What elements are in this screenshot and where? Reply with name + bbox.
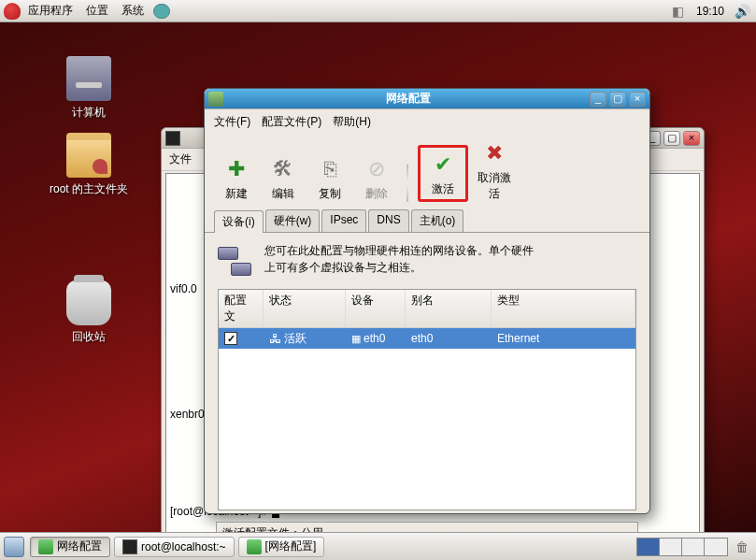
network-cards-icon [218, 242, 255, 280]
toolbar-separator [407, 165, 408, 202]
desktop-icon-trash[interactable]: 回收站 [47, 280, 131, 345]
workspace-3[interactable] [682, 538, 705, 555]
quick-launch-icon[interactable] [153, 3, 170, 20]
new-button[interactable]: ✚ 新建 [216, 154, 257, 202]
activate-button[interactable]: ✔ 激活 [422, 150, 464, 197]
workspace-switcher[interactable] [636, 538, 728, 556]
clock[interactable]: 19:10 [691, 5, 730, 18]
device-table: 配置文 状态 设备 别名 类型 ✓ 🖧活跃 ▦eth0 eth0 Etherne… [218, 289, 636, 510]
desktop-icon-computer[interactable]: 计算机 [47, 56, 131, 121]
desktop[interactable]: 计算机 root 的主文件夹 回收站 _ ▢ × 文件 vif0.0 xenbr… [0, 22, 756, 532]
taskbar-item-netcfg[interactable]: 网络配置 [30, 537, 110, 557]
cell-device: ▦eth0 [346, 330, 406, 347]
top-panel: 应用程序 位置 系统 ◧ 19:10 [0, 0, 756, 22]
copy-button[interactable]: ⎘ 复制 [309, 154, 350, 202]
col-config[interactable]: 配置文 [219, 290, 264, 327]
col-status[interactable]: 状态 [264, 290, 346, 327]
tab-panel-devices: 您可在此处配置与物理硬件相连的网络设备。单个硬件 上可有多个虚拟设备与之相连。 … [205, 233, 649, 522]
delete-button: ⊘ 删除 [356, 154, 397, 202]
deactivate-button[interactable]: ✖ 取消激活 [474, 138, 515, 202]
distro-logo-icon[interactable] [4, 3, 21, 20]
cell-alias: eth0 [406, 330, 492, 347]
home-folder-icon [66, 133, 111, 178]
edit-icon: 🛠 [268, 154, 298, 184]
terminal-title-icon [165, 131, 180, 146]
tab-ipsec[interactable]: IPsec [321, 209, 366, 232]
netcfg-task-icon [247, 539, 262, 554]
desktop-icon-label: 计算机 [47, 105, 131, 121]
volume-icon[interactable] [734, 3, 750, 20]
eth-icon: ▦ [351, 333, 361, 345]
check-icon: ✔ [428, 150, 458, 179]
table-header: 配置文 状态 设备 别名 类型 [219, 290, 635, 328]
menu-places[interactable]: 位置 [80, 1, 114, 21]
workspace-2[interactable] [660, 538, 682, 555]
info-row: 您可在此处配置与物理硬件相连的网络设备。单个硬件 上可有多个虚拟设备与之相连。 [218, 242, 636, 280]
terminal-menu-file[interactable]: 文件 [169, 151, 192, 167]
col-type[interactable]: 类型 [492, 290, 635, 327]
tab-devices[interactable]: 设备(i) [214, 210, 264, 233]
tab-hardware[interactable]: 硬件(w) [265, 209, 321, 232]
checkbox-icon[interactable]: ✓ [224, 332, 237, 345]
netcfg-task-icon [38, 539, 53, 554]
maximize-button[interactable]: ▢ [663, 131, 680, 146]
maximize-button[interactable]: ▢ [609, 92, 626, 107]
netcfg-title-icon [208, 92, 223, 107]
desktop-icon-label: 回收站 [47, 329, 131, 345]
new-icon: ✚ [221, 154, 251, 184]
workspace-4[interactable] [705, 538, 727, 555]
delete-icon: ⊘ [362, 154, 392, 184]
cell-config[interactable]: ✓ [219, 330, 264, 347]
menu-profile[interactable]: 配置文件(P) [258, 112, 325, 132]
close-button[interactable]: × [683, 131, 700, 146]
menu-help[interactable]: 帮助(H) [329, 112, 375, 132]
desktop-icon-label: root 的主文件夹 [47, 181, 131, 197]
nic-icon: 🖧 [269, 332, 281, 346]
netcfg-titlebar[interactable]: 网络配置 _ ▢ × [205, 89, 649, 109]
netcfg-title: 网络配置 [227, 91, 590, 107]
bottom-panel: 网络配置 root@localhost:~ [网络配置] 🗑 [0, 532, 756, 560]
taskbar-item-netcfg2[interactable]: [网络配置] [238, 537, 325, 557]
minimize-button[interactable]: _ [590, 92, 606, 107]
netcfg-toolbar: ✚ 新建 🛠 编辑 ⎘ 复制 ⊘ 删除 ✔ 激活 [205, 135, 649, 209]
edit-button[interactable]: 🛠 编辑 [263, 154, 304, 202]
tab-hosts[interactable]: 主机(o) [411, 209, 464, 232]
network-config-window[interactable]: 网络配置 _ ▢ × 文件(F) 配置文件(P) 帮助(H) ✚ 新建 🛠 编辑… [204, 88, 650, 514]
workspace-1[interactable] [637, 538, 660, 555]
desktop-icon-home[interactable]: root 的主文件夹 [47, 133, 131, 197]
info-text: 您可在此处配置与物理硬件相连的网络设备。单个硬件 上可有多个虚拟设备与之相连。 [264, 242, 534, 280]
table-row[interactable]: ✓ 🖧活跃 ▦eth0 eth0 Ethernet [219, 328, 635, 349]
tab-dns[interactable]: DNS [368, 209, 408, 232]
col-device[interactable]: 设备 [346, 290, 406, 327]
update-tray-icon[interactable]: ◧ [670, 3, 687, 20]
netcfg-tabs: 设备(i) 硬件(w) IPsec DNS 主机(o) [205, 209, 649, 233]
copy-icon: ⎘ [315, 154, 345, 184]
show-desktop-button[interactable] [4, 537, 24, 557]
netcfg-menubar: 文件(F) 配置文件(P) 帮助(H) [205, 109, 649, 135]
col-alias[interactable]: 别名 [406, 290, 492, 327]
table-body-empty[interactable] [219, 349, 635, 510]
cell-status: 🖧活跃 [264, 329, 346, 349]
cross-icon: ✖ [479, 138, 509, 168]
activate-highlight: ✔ 激活 [418, 145, 468, 202]
trash-icon [66, 280, 111, 325]
close-button[interactable]: × [629, 92, 646, 107]
terminal-task-icon [122, 539, 137, 554]
taskbar-item-terminal[interactable]: root@localhost:~ [114, 537, 235, 557]
panel-trash-icon[interactable]: 🗑 [734, 538, 750, 555]
cell-type: Ethernet [492, 330, 635, 347]
computer-icon [66, 56, 111, 101]
menu-file[interactable]: 文件(F) [210, 112, 254, 132]
menu-system[interactable]: 系统 [116, 1, 150, 21]
menu-applications[interactable]: 应用程序 [22, 1, 78, 21]
